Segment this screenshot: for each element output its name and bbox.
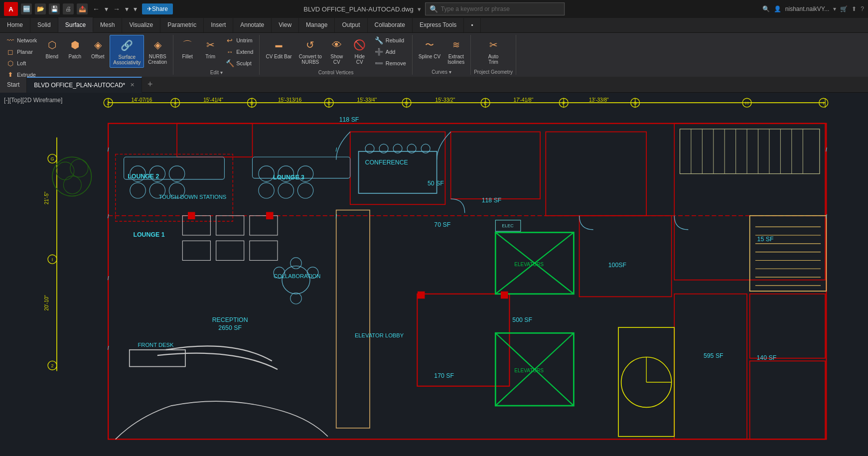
edit-buttons: ⌒ Fillet ✂ Trim ↩ Untrim ↔ Extend 🔨 Scul… bbox=[176, 35, 256, 69]
tab-manage[interactable]: Manage bbox=[299, 17, 335, 32]
offset-button[interactable]: ◈ Offset bbox=[87, 35, 109, 61]
loft-button[interactable]: ⬡ Loft bbox=[3, 58, 29, 69]
cv-small-column: 🔧 Rebuild ➕ Add ➖ Remove bbox=[372, 35, 409, 69]
add-tab-button[interactable]: + bbox=[142, 77, 158, 93]
svg-text:I: I bbox=[108, 213, 109, 219]
undo-dropdown-btn[interactable]: ▾ bbox=[103, 4, 110, 14]
patch-label: Patch bbox=[69, 54, 82, 59]
title-dropdown-arrow[interactable]: ▾ bbox=[418, 5, 421, 13]
nurbs-creation-button[interactable]: ◈ NURBSCreation bbox=[145, 35, 170, 67]
tab-start[interactable]: Start bbox=[0, 77, 27, 93]
ribbon-group-edit: ⌒ Fillet ✂ Trim ↩ Untrim ↔ Extend 🔨 Scul… bbox=[173, 35, 260, 75]
svg-text:I: I bbox=[335, 147, 337, 152]
extract-isolines-button[interactable]: ≋ ExtractIsolines bbox=[444, 35, 467, 67]
svg-text:D: D bbox=[405, 101, 409, 106]
extend-button[interactable]: ↔ Extend bbox=[222, 46, 256, 57]
svg-text:LOUNGE 3: LOUNGE 3 bbox=[273, 174, 304, 181]
convert-nurbs-icon: ↺ bbox=[302, 37, 318, 53]
svg-text:A: A bbox=[174, 101, 177, 106]
cv-edit-bar-icon: ▬ bbox=[271, 37, 287, 53]
open-file-icon[interactable]: 📂 bbox=[35, 3, 46, 14]
auto-trim-label: AutoTrim bbox=[488, 54, 499, 65]
network-button[interactable]: 〰 Network bbox=[3, 35, 40, 46]
ribbon-group-create: 〰 Network ◻ Planar ⬡ Loft ⬆ Extrude ↗ bbox=[0, 35, 173, 75]
sculpt-button[interactable]: 🔨 Sculpt bbox=[222, 58, 256, 69]
tab-mesh[interactable]: Mesh bbox=[93, 17, 122, 32]
blend-icon: ⬡ bbox=[44, 37, 60, 53]
extract-isolines-label: ExtractIsolines bbox=[447, 54, 464, 65]
tab-parametric[interactable]: Parametric bbox=[160, 17, 204, 32]
rebuild-button[interactable]: 🔧 Rebuild bbox=[372, 35, 409, 46]
show-cv-button[interactable]: 👁 ShowCV bbox=[326, 35, 348, 67]
surface-associativity-button[interactable]: 🔗 SurfaceAssociativity bbox=[110, 35, 144, 68]
svg-text:TOUCH DOWN STATIONS: TOUCH DOWN STATIONS bbox=[159, 194, 227, 200]
undo-btn[interactable]: ← bbox=[91, 4, 102, 14]
show-cv-icon: 👁 bbox=[329, 37, 345, 53]
viewport[interactable]: [-][Top][2D Wireframe] 14'-07/16 15'-41/… bbox=[0, 93, 868, 456]
titlebar-dropdown[interactable]: ▾ bbox=[833, 5, 836, 12]
tab-surface[interactable]: Surface bbox=[58, 17, 93, 32]
ribbon-group-curves: 〜 Spline CV ≋ ExtractIsolines Curves ▾ bbox=[413, 35, 471, 75]
patch-icon: ⬢ bbox=[67, 37, 83, 53]
fillet-icon: ⌒ bbox=[179, 37, 195, 53]
svg-text:I: I bbox=[52, 257, 53, 262]
save-icon[interactable]: 💾 bbox=[49, 3, 60, 14]
remove-button[interactable]: ➖ Remove bbox=[372, 58, 409, 69]
svg-text:F: F bbox=[562, 101, 565, 106]
file-title: BLVD OFFICE_PLAN-AUTOCAD.dwg bbox=[303, 5, 414, 13]
tab-output[interactable]: Output bbox=[335, 17, 367, 32]
trim-button[interactable]: ✂ Trim bbox=[199, 35, 221, 61]
planar-button[interactable]: ◻ Planar bbox=[3, 46, 36, 57]
untrim-button[interactable]: ↩ Untrim bbox=[222, 35, 256, 46]
username: nishant.naikVY... bbox=[785, 5, 830, 12]
svg-text:G: G bbox=[633, 101, 637, 106]
loft-icon: ⬡ bbox=[6, 59, 15, 68]
edit-small-column: ↩ Untrim ↔ Extend 🔨 Sculpt bbox=[222, 35, 256, 69]
svg-text:140 SF: 140 SF bbox=[756, 354, 776, 361]
blend-button[interactable]: ⬡ Blend bbox=[41, 35, 63, 61]
svg-text:15 SF: 15 SF bbox=[757, 236, 774, 243]
convert-nurbs-button[interactable]: ↺ Convert toNURBS bbox=[296, 35, 325, 67]
tab-collaborate[interactable]: Collaborate bbox=[368, 17, 413, 32]
network-label: Network bbox=[17, 37, 37, 43]
hide-cv-button[interactable]: 🚫 HideCV bbox=[349, 35, 371, 67]
tab-home[interactable]: Home bbox=[0, 17, 30, 32]
share-button[interactable]: ✈ Share bbox=[142, 3, 173, 14]
tab-visualize[interactable]: Visualize bbox=[122, 17, 160, 32]
close-tab-icon[interactable]: ✕ bbox=[130, 82, 135, 88]
svg-rect-151 bbox=[501, 292, 508, 298]
plot-icon[interactable]: 🖨 bbox=[63, 3, 74, 14]
tab-insert[interactable]: Insert bbox=[204, 17, 233, 32]
fillet-button[interactable]: ⌒ Fillet bbox=[176, 35, 198, 61]
patch-button[interactable]: ⬢ Patch bbox=[64, 35, 86, 61]
offset-icon: ◈ bbox=[90, 37, 106, 53]
tab-blvd-plan[interactable]: BLVD OFFICE_PLAN-AUTOCAD* ✕ bbox=[27, 77, 142, 93]
nav-arrows: ← ▾ → ▾ ▾ bbox=[91, 4, 139, 14]
svg-text:100SF: 100SF bbox=[608, 262, 627, 269]
tab-view[interactable]: View bbox=[272, 17, 299, 32]
search-box[interactable]: 🔍 Type a keyword or phrase bbox=[425, 2, 565, 15]
loft-label: Loft bbox=[17, 60, 26, 66]
fillet-label: Fillet bbox=[182, 54, 193, 59]
hide-cv-icon: 🚫 bbox=[352, 37, 368, 53]
redo-btn[interactable]: → bbox=[111, 4, 122, 14]
publish-icon[interactable]: 📤 bbox=[77, 3, 88, 14]
add-button[interactable]: ➕ Add bbox=[372, 46, 409, 57]
tab-annotate[interactable]: Annotate bbox=[233, 17, 272, 32]
svg-text:RECEPTION: RECEPTION bbox=[212, 316, 248, 323]
svg-text:I: I bbox=[335, 213, 337, 219]
workspace-dropdown-btn[interactable]: ▾ bbox=[132, 4, 139, 14]
remove-icon: ➖ bbox=[375, 59, 384, 68]
tab-solid[interactable]: Solid bbox=[30, 17, 58, 32]
svg-text:170 SF: 170 SF bbox=[434, 372, 454, 379]
tab-express-tools[interactable]: Express Tools bbox=[413, 17, 464, 32]
spline-cv-button[interactable]: 〜 Spline CV bbox=[416, 35, 443, 61]
autocad-logo: A bbox=[4, 2, 18, 16]
cv-edit-bar-button[interactable]: ▬ CV Edit Bar bbox=[263, 35, 294, 61]
auto-trim-button[interactable]: ✂ AutoTrim bbox=[482, 35, 504, 67]
viewport-label: [-][Top][2D Wireframe] bbox=[4, 97, 62, 104]
svg-text:ELEC: ELEC bbox=[502, 223, 514, 228]
new-file-icon[interactable]: 🆕 bbox=[21, 3, 32, 14]
redo-dropdown-btn[interactable]: ▾ bbox=[123, 4, 131, 14]
tab-more[interactable]: ▪ bbox=[464, 17, 480, 32]
